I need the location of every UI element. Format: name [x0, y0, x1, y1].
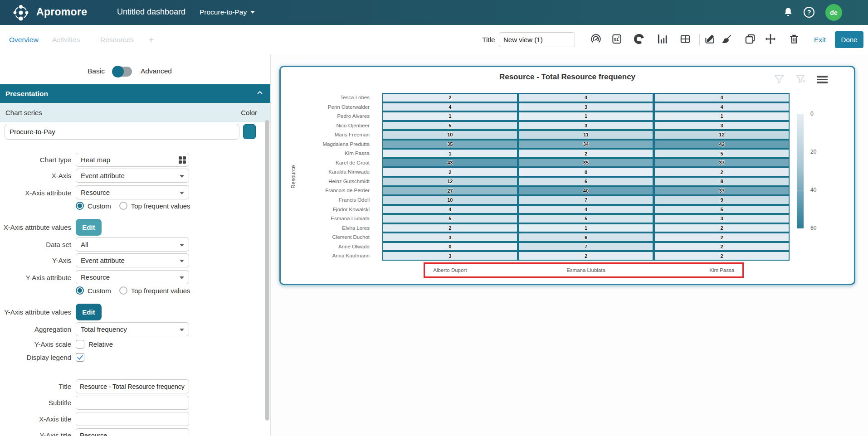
- heatmap-cell[interactable]: 4: [519, 94, 653, 102]
- heatmap-cell[interactable]: 2: [655, 233, 789, 241]
- y-axis-values-edit-button[interactable]: Edit: [76, 304, 102, 320]
- heatmap-cell[interactable]: 2: [655, 168, 789, 176]
- bar-chart-icon[interactable]: [657, 33, 668, 45]
- chart-panel[interactable]: Resource - Total Resource frequency Reso…: [279, 66, 855, 285]
- heatmap-cell[interactable]: 5: [655, 206, 789, 213]
- heatmap-cell[interactable]: 7: [519, 243, 653, 251]
- heatmap-cell[interactable]: 7: [519, 196, 653, 204]
- gauge-chart-icon[interactable]: [590, 33, 602, 45]
- heatmap-cell[interactable]: 1: [519, 112, 653, 120]
- heatmap-cell[interactable]: 4: [519, 206, 653, 213]
- y-custom-radio[interactable]: [76, 286, 84, 295]
- filter-icon[interactable]: [773, 73, 785, 85]
- y-top-frequent-radio[interactable]: [119, 286, 127, 295]
- delete-trash-icon[interactable]: [788, 33, 800, 45]
- x-axis-title-input[interactable]: [76, 412, 189, 426]
- chart-subtitle-input[interactable]: [76, 396, 189, 410]
- heatmap-cell[interactable]: 6: [519, 233, 653, 241]
- heatmap-cell[interactable]: 0: [383, 243, 517, 251]
- heatmap-cell[interactable]: 27: [383, 187, 517, 195]
- heatmap-cell[interactable]: 40: [519, 187, 653, 195]
- filter-clear-icon[interactable]: [795, 73, 807, 85]
- heatmap-cell[interactable]: 2: [383, 168, 517, 176]
- heatmap-cell[interactable]: 1: [383, 150, 517, 157]
- x-custom-radio[interactable]: [76, 202, 84, 210]
- exit-button[interactable]: Exit: [814, 25, 826, 54]
- chart-type-select[interactable]: Heat map: [76, 153, 189, 167]
- heatmap-cell[interactable]: 3: [655, 215, 789, 223]
- add-tab-button[interactable]: +: [148, 25, 154, 54]
- heatmap-cell[interactable]: 11: [519, 131, 653, 139]
- heatmap-cell[interactable]: 4: [655, 94, 789, 102]
- heatmap-cell[interactable]: 2: [655, 252, 789, 260]
- heatmap-cell[interactable]: 2: [519, 150, 653, 157]
- heatmap-cell[interactable]: 3: [383, 233, 517, 241]
- heatmap-cell[interactable]: 3: [655, 122, 789, 130]
- donut-chart-icon[interactable]: [633, 33, 645, 45]
- heatmap-cell[interactable]: 4: [655, 103, 789, 111]
- done-button[interactable]: Done: [835, 31, 863, 48]
- display-legend-checkbox[interactable]: [76, 353, 84, 362]
- data-set-select[interactable]: All: [76, 237, 189, 252]
- x-top-frequent-radio[interactable]: [119, 202, 127, 210]
- x-axis-attribute-select[interactable]: Resource: [76, 185, 189, 199]
- heatmap-cell[interactable]: 12: [655, 131, 789, 139]
- y-axis-attribute-select[interactable]: Resource: [76, 270, 189, 284]
- heatmap-cell[interactable]: 1: [655, 112, 789, 120]
- notifications-bell-icon[interactable]: [782, 6, 794, 20]
- relative-checkbox[interactable]: [76, 340, 84, 349]
- heatmap-cell[interactable]: 3: [519, 122, 653, 130]
- heatmap-cell[interactable]: 0: [519, 168, 653, 176]
- heatmap-cell[interactable]: 2: [383, 224, 517, 232]
- tab-overview[interactable]: Overview: [9, 25, 39, 54]
- help-icon[interactable]: ?: [803, 6, 815, 20]
- x-axis-select[interactable]: Event attribute: [76, 169, 189, 183]
- heatmap-cell[interactable]: 8: [655, 178, 789, 185]
- number-card-icon[interactable]: 01: [611, 33, 623, 45]
- y-axis-title-input[interactable]: [76, 428, 189, 436]
- heatmap-cell[interactable]: 4: [383, 103, 517, 111]
- chart-title-input[interactable]: [76, 379, 189, 393]
- heatmap-cell[interactable]: 6: [519, 178, 653, 185]
- heatmap-cell[interactable]: 5: [655, 150, 789, 157]
- heatmap-cell[interactable]: 5: [519, 215, 653, 223]
- heatmap-cell[interactable]: 2: [655, 243, 789, 251]
- tab-activities[interactable]: Activities: [52, 25, 80, 54]
- heatmap-cell[interactable]: 35: [383, 140, 517, 148]
- heatmap-cell[interactable]: 37: [655, 187, 789, 195]
- heatmap-cell[interactable]: 2: [655, 224, 789, 232]
- heatmap-cell[interactable]: 5: [383, 122, 517, 130]
- avatar[interactable]: de: [825, 4, 842, 21]
- heatmap-cell[interactable]: 4: [383, 206, 517, 213]
- y-axis-select[interactable]: Event attribute: [76, 253, 189, 267]
- clear-format-brush-icon[interactable]: [721, 33, 733, 45]
- annotate-icon[interactable]: [704, 33, 716, 45]
- table-icon[interactable]: [679, 33, 691, 45]
- heatmap-cell[interactable]: 43: [383, 159, 517, 167]
- heatmap-cell[interactable]: 2: [383, 94, 517, 102]
- heatmap-cell[interactable]: 1: [383, 112, 517, 120]
- aggregation-select[interactable]: Total frequency: [76, 322, 189, 336]
- tab-resources[interactable]: Resources: [100, 25, 134, 54]
- heatmap-cell[interactable]: 2: [519, 252, 653, 260]
- heatmap-cell[interactable]: 9: [655, 196, 789, 204]
- log-selector-dropdown[interactable]: Procure-to-Pay: [200, 8, 255, 16]
- heatmap-cell[interactable]: 35: [519, 159, 653, 167]
- move-icon[interactable]: [765, 33, 776, 45]
- heatmap-cell[interactable]: 42: [655, 140, 789, 148]
- chart-menu-icon[interactable]: [817, 76, 828, 85]
- heatmap-cell[interactable]: 5: [383, 215, 517, 223]
- heatmap-cell[interactable]: 37: [655, 159, 789, 167]
- duplicate-icon[interactable]: [744, 33, 756, 45]
- chart-type-grid-icon[interactable]: [179, 156, 186, 164]
- sidebar-scrollbar[interactable]: [265, 120, 269, 421]
- heatmap-cell[interactable]: 10: [383, 196, 517, 204]
- heatmap-cell[interactable]: 1: [519, 224, 653, 232]
- view-title-input[interactable]: [499, 32, 575, 47]
- heatmap-cell[interactable]: 34: [519, 140, 653, 148]
- heatmap-cell[interactable]: 12: [383, 178, 517, 185]
- x-axis-values-edit-button[interactable]: Edit: [76, 219, 102, 236]
- heatmap-cell[interactable]: 10: [383, 131, 517, 139]
- heatmap-cell[interactable]: 3: [519, 103, 653, 111]
- heatmap-cell[interactable]: 3: [383, 252, 517, 260]
